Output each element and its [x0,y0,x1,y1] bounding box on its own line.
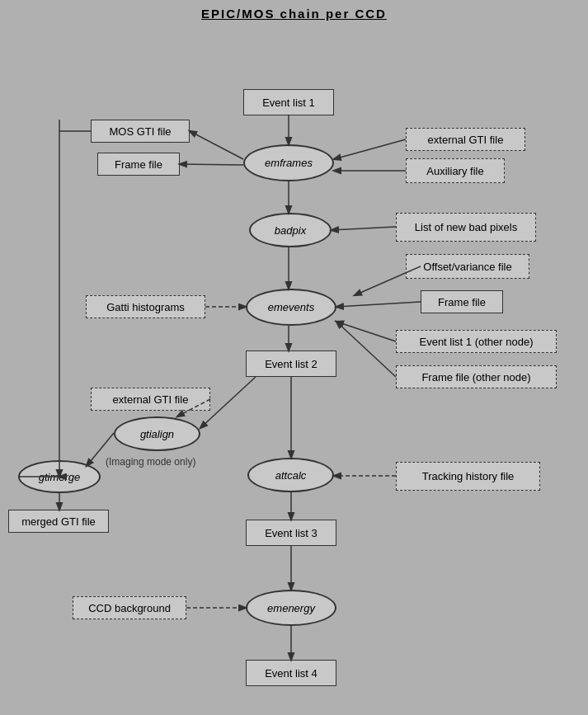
external-gti-1-box: external GTI file [406,128,525,151]
offset-variance-box: Offset/variance file [406,254,529,279]
attcalc-ellipse: attcalc [247,458,334,492]
mos-gti-file-box: MOS GTI file [91,120,190,143]
emevents-ellipse: emevents [246,289,336,326]
event-list-3-box: Event list 3 [246,520,336,546]
svg-line-11 [336,322,396,341]
svg-line-2 [180,164,243,165]
svg-line-12 [336,322,396,377]
gtialign-ellipse: gtialign [114,416,200,451]
emframes-ellipse: emframes [243,144,334,181]
list-new-bad-pixels-box: List of new bad pixels [396,213,536,242]
gtimerge-ellipse: gtimerge [18,460,101,493]
frame-file-2-box: Frame file [421,290,503,313]
event-list-4-box: Event list 4 [246,660,336,686]
gatti-histograms-box: Gatti histograms [86,295,205,318]
event-list-2-box: Event list 2 [246,350,336,377]
svg-line-10 [336,302,421,307]
page-title: EPIC/MOS chain per CCD [0,0,588,21]
svg-line-1 [190,131,243,159]
event-list-1-box: Event list 1 [243,89,334,115]
ccd-background-box: CCD background [73,596,186,619]
imaging-mode-label: (Imaging mode only) [106,456,195,468]
badpix-ellipse: badpix [249,213,332,247]
external-gti-2-box: external GTI file [91,388,210,411]
frame-file-other-box: Frame file (other node) [396,365,557,388]
svg-line-6 [332,227,396,230]
emenergy-ellipse: emenergy [246,590,336,626]
frame-file-1-box: Frame file [97,153,180,176]
tracking-history-box: Tracking history file [396,462,540,491]
svg-line-3 [334,139,406,159]
auxiliary-file-box: Auxiliary file [406,158,505,183]
merged-gti-box: merged GTI file [8,510,109,533]
event-list-1-other-box: Event list 1 (other node) [396,330,557,353]
